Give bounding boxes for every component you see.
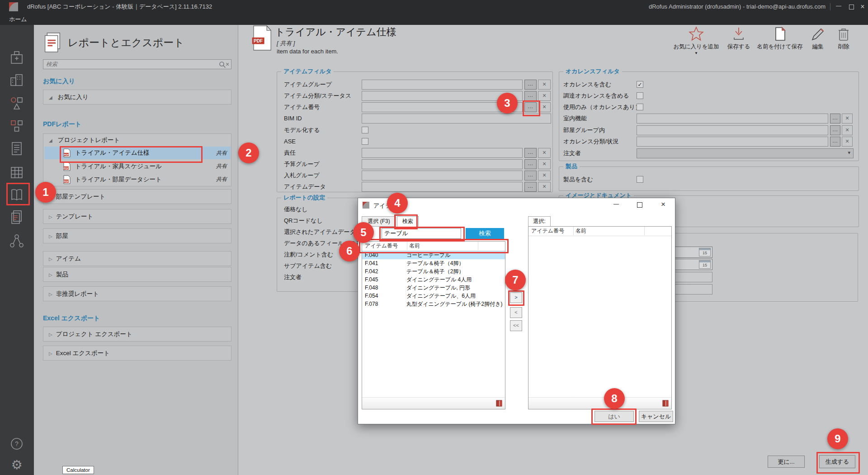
hospital-icon[interactable] (8, 49, 25, 66)
calendar-icon[interactable]: 15 (699, 260, 711, 269)
responsibility-clear-button[interactable]: × (538, 148, 551, 158)
room-function-browse-button[interactable]: ... (830, 114, 840, 124)
field-label: BIM ID (284, 114, 302, 124)
transfer-remove-button[interactable]: < (510, 307, 522, 318)
network-icon[interactable] (8, 233, 25, 250)
cell-name: 丸型ダイニングテーブル (椅子2脚付き) (406, 301, 503, 307)
favorites-group[interactable]: ◢ お気に入り (43, 90, 231, 104)
tender-group-field[interactable] (362, 171, 523, 180)
menu-home[interactable]: ホーム (9, 14, 27, 25)
calendar-icon[interactable]: 15 (699, 248, 711, 256)
report-item[interactable]: PDF トライアル・部屋データシート 共有 (44, 173, 231, 185)
group-deprecated[interactable]: ▷非推奨レポート (43, 286, 231, 301)
room-group-browse-button[interactable]: ... (830, 125, 840, 135)
result-row[interactable]: F.048ダイニングテーブル, 円形 (362, 284, 505, 292)
delete-button[interactable]: 削除 (831, 26, 856, 55)
group-project-export[interactable]: ▷プロジェクト エクスポート (43, 327, 231, 342)
settings-icon[interactable]: ⚙ (8, 456, 25, 474)
delete-icon (835, 26, 852, 42)
svg-text:PDF: PDF (64, 180, 69, 183)
room-function-clear-button[interactable]: × (842, 114, 853, 124)
group-templates[interactable]: ▷テンプレート (43, 209, 231, 224)
cancel-button[interactable]: キャンセル (639, 411, 673, 422)
cell-number: F.048 (362, 284, 406, 292)
col-item-number[interactable]: アイテム番号 (531, 227, 564, 235)
search-clear-icon[interactable]: × (223, 60, 231, 70)
item-data-clear-button[interactable]: × (538, 182, 551, 192)
result-row[interactable]: F.078丸型ダイニングテーブル (椅子2脚付き) (362, 300, 505, 308)
maximize-button[interactable] (845, 0, 857, 14)
responsibility-browse-button[interactable]: ... (524, 148, 537, 158)
panel-search-input[interactable] (45, 60, 212, 68)
budget-group-clear-button[interactable]: × (538, 159, 551, 169)
item-data-field[interactable] (362, 182, 523, 192)
item-data-browse-button[interactable]: ... (524, 182, 537, 192)
edit-button[interactable]: 編集 (805, 26, 830, 55)
form-icon[interactable] (8, 140, 25, 157)
orderer-dropdown[interactable]: ▾ (637, 148, 854, 158)
budget-group-browse-button[interactable]: ... (524, 159, 537, 169)
catalog-book-icon[interactable] (496, 400, 502, 407)
occurrence-class-field[interactable] (637, 137, 828, 147)
add-favorite-button[interactable]: お気に入りを追加 ▼ (670, 26, 722, 55)
result-row[interactable]: F.042テーブル＆椅子（2脚） (362, 267, 505, 276)
more-button[interactable]: 更に... (768, 456, 805, 468)
setting-label: 注文者 (284, 272, 302, 282)
close-button[interactable]: × (857, 0, 868, 14)
result-row[interactable]: F.045ダイニングテーブル 4人用 (362, 276, 505, 284)
report-title: トライアル・アイテム仕様 (275, 25, 396, 39)
catalog-book-icon[interactable] (662, 400, 669, 407)
minimize-button[interactable]: — (833, 0, 844, 14)
dialog-close-button[interactable]: × (653, 198, 674, 212)
include-procurement-checkbox[interactable] (637, 92, 643, 99)
shared-badge: 共有 (216, 160, 227, 172)
edit-icon (809, 26, 826, 42)
room-group-clear-button[interactable]: × (842, 125, 853, 135)
group-items[interactable]: ▷アイテム (43, 251, 231, 266)
occurrence-class-browse-button[interactable]: ... (830, 137, 840, 147)
dialog-minimize-button[interactable]: — (606, 198, 627, 212)
dialog-maximize-button[interactable] (629, 198, 650, 212)
report-shared-tag: [ 共有 ] (277, 39, 295, 48)
group-label: 非推奨レポート (56, 290, 99, 297)
group-rooms[interactable]: ▷部屋 (43, 228, 231, 243)
item-group-clear-button[interactable]: × (538, 80, 551, 90)
occ-label: 使用のみ（オカレンスあり） (563, 102, 641, 112)
shapes-icon[interactable] (8, 95, 25, 112)
cubes-icon[interactable] (8, 118, 25, 135)
room-group-field[interactable] (637, 125, 828, 135)
tender-group-clear-button[interactable]: × (538, 171, 551, 180)
save-as-button[interactable]: 名前を付けて保存 (751, 26, 808, 55)
group-room-templates[interactable]: ▷部屋テンプレート (43, 189, 231, 204)
facility-icon[interactable] (8, 164, 25, 181)
reports-icon[interactable] (8, 209, 25, 226)
responsibility-field[interactable] (362, 148, 523, 158)
group-products[interactable]: ▷製品 (43, 267, 231, 282)
buildings-icon[interactable] (8, 71, 25, 89)
occurrence-class-clear-button[interactable]: × (842, 137, 853, 147)
save-icon (730, 26, 747, 42)
include-occurrences-checkbox[interactable]: ✓ (637, 81, 643, 88)
budget-group-field[interactable] (362, 159, 523, 169)
tender-group-browse-button[interactable]: ... (524, 171, 537, 180)
collapsed-arrow-icon: ▷ (49, 234, 52, 239)
in-use-only-checkbox[interactable] (637, 104, 643, 110)
item-group-browse-button[interactable]: ... (524, 80, 537, 90)
modelled-checkbox[interactable] (362, 127, 368, 133)
item-group-field[interactable] (362, 80, 523, 90)
help-icon[interactable]: ? (8, 435, 25, 452)
annotation-box-6 (359, 239, 509, 253)
room-function-field[interactable] (637, 114, 828, 124)
result-row[interactable]: F.041テーブル＆椅子（4脚） (362, 259, 505, 267)
tab-selected[interactable]: 選択: (528, 216, 551, 227)
dialog-search-button[interactable]: 検索 (466, 228, 504, 239)
include-products-checkbox[interactable] (637, 176, 643, 183)
ase-checkbox[interactable] (362, 138, 368, 145)
result-row[interactable]: F.054ダイニングテーブル、6人用 (362, 292, 505, 300)
group-excel-export[interactable]: ▷Excel エクスポート (43, 346, 231, 361)
project-reports-header[interactable]: ◢ プロジェクトレポート (43, 134, 231, 144)
item-class-clear-button[interactable]: × (538, 91, 551, 101)
item-class-browse-button[interactable]: ... (524, 91, 537, 101)
col-name[interactable]: 名前 (576, 227, 586, 235)
transfer-remove-all-button[interactable]: << (510, 320, 522, 331)
